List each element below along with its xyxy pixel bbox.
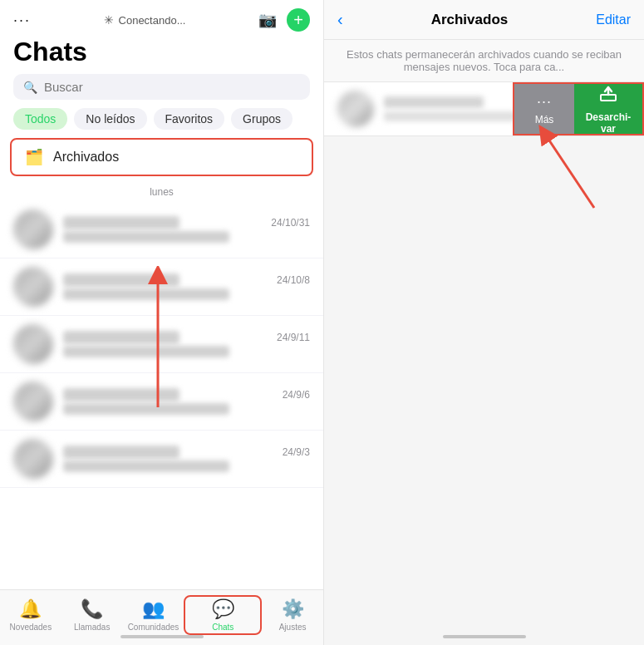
spin-icon: ✳ — [104, 13, 114, 27]
archived-row[interactable]: 🗂️ Archivados — [10, 138, 313, 176]
tab-comunidades[interactable]: 👥 Comunidades — [123, 595, 184, 635]
novedades-label: Novedades — [10, 623, 52, 632]
status-dots: ··· — [13, 12, 31, 29]
chat-preview — [63, 460, 229, 472]
more-action-label: Más — [535, 114, 554, 126]
chat-name — [63, 388, 179, 401]
search-icon: 🔍 — [23, 81, 37, 94]
chat-preview — [63, 346, 229, 357]
archived-chat-preview — [384, 111, 517, 121]
status-bar: ··· ✳ Conectando... 📷 + — [0, 0, 323, 37]
archived-label: Archivados — [53, 150, 119, 165]
connecting-status: ✳ Conectando... — [104, 13, 186, 27]
new-chat-button[interactable]: + — [287, 8, 310, 32]
filter-tab-todos[interactable]: Todos — [13, 108, 67, 130]
list-item[interactable]: 24/10/8 — [0, 258, 323, 316]
archived-chat-name — [384, 96, 484, 108]
status-icons: 📷 + — [258, 8, 310, 32]
camera-icon[interactable]: 📷 — [258, 11, 277, 29]
avatar — [13, 267, 53, 307]
home-indicator-right — [443, 635, 526, 638]
right-panel: ‹ Archivados Editar Estos chats permanec… — [324, 0, 644, 645]
comunidades-label: Comunidades — [128, 623, 179, 632]
filter-tabs: Todos No leídos Favoritos Grupos — [0, 108, 323, 138]
comunidades-icon: 👥 — [142, 598, 165, 620]
avatar — [13, 382, 53, 421]
list-item[interactable]: 24/9/3 — [0, 431, 323, 488]
chat-list: lunes 24/10/31 24/10/8 — [0, 183, 323, 589]
archive-icon: 🗂️ — [25, 148, 43, 166]
chat-time: 24/9/3 — [283, 446, 310, 458]
filter-tab-favoritos[interactable]: Favoritos — [154, 108, 225, 130]
llamadas-icon: 📞 — [81, 598, 103, 620]
ajustes-label: Ajustes — [279, 623, 307, 632]
chat-preview — [63, 288, 229, 300]
chat-time: 24/9/6 — [283, 389, 310, 401]
chats-label: Chats — [212, 623, 234, 632]
edit-button[interactable]: Editar — [596, 12, 631, 27]
chat-name — [63, 331, 179, 344]
chat-time: 24/10/8 — [277, 274, 310, 286]
chat-preview — [63, 231, 229, 243]
tab-llamadas[interactable]: 📞 Llamadas — [61, 595, 123, 635]
chat-name — [63, 273, 179, 287]
novedades-icon: 🔔 — [19, 598, 42, 620]
swipe-actions: ··· Más Desarchi-var — [513, 82, 644, 135]
filter-tab-grupos[interactable]: Grupos — [231, 108, 293, 130]
unarchive-icon — [598, 83, 618, 108]
chats-icon: 💬 — [212, 598, 234, 620]
back-button[interactable]: ‹ — [337, 10, 343, 29]
search-input[interactable] — [44, 80, 300, 94]
archived-avatar — [337, 91, 374, 127]
more-dots-icon: ··· — [537, 93, 552, 111]
avatar — [13, 324, 53, 364]
list-item[interactable]: 24/10/31 — [0, 201, 323, 258]
archived-chat-item[interactable]: 024/9/24 ··· Más Desarchi-var — [324, 82, 644, 136]
tab-ajustes[interactable]: ⚙️ Ajustes — [262, 595, 323, 635]
archive-notice: Estos chats permanecerán archivados cuan… — [324, 40, 644, 82]
more-action-button[interactable]: ··· Más — [514, 84, 574, 134]
ajustes-icon: ⚙️ — [282, 598, 304, 620]
right-panel-title: Archivados — [431, 12, 509, 28]
right-top-bar: ‹ Archivados Editar — [324, 0, 644, 40]
left-panel: ··· ✳ Conectando... 📷 + Chats 🔍 Todos No… — [0, 0, 324, 645]
chat-name — [63, 216, 179, 229]
page-title: Chats — [0, 37, 323, 74]
date-divider: lunes — [0, 183, 323, 201]
list-item[interactable]: 24/9/11 — [0, 316, 323, 373]
tab-novedades[interactable]: 🔔 Novedades — [0, 595, 61, 635]
tab-chats[interactable]: 💬 Chats — [184, 595, 262, 635]
avatar — [13, 209, 53, 249]
llamadas-label: Llamadas — [74, 623, 110, 632]
list-item[interactable]: 24/9/6 — [0, 373, 323, 431]
search-bar[interactable]: 🔍 — [13, 74, 310, 100]
unarchive-action-label: Desarchi-var — [586, 111, 632, 135]
chat-time: 24/10/31 — [271, 217, 310, 229]
avatar — [13, 439, 53, 479]
unarchive-action-button[interactable]: Desarchi-var — [574, 84, 642, 134]
chat-time: 24/9/11 — [277, 332, 310, 343]
chat-name — [63, 446, 179, 459]
home-indicator — [120, 635, 204, 638]
chat-preview — [63, 403, 229, 415]
filter-tab-noleidos[interactable]: No leídos — [74, 108, 146, 130]
